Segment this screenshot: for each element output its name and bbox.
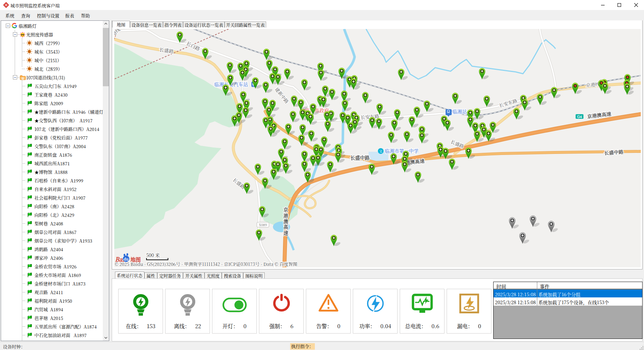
svg-text:文: 文 xyxy=(379,149,382,154)
svg-text:长盛中路: 长盛中路 xyxy=(350,154,370,161)
svg-text:京港澳高速: 京港澳高速 xyxy=(282,207,289,236)
svg-text:G4: G4 xyxy=(577,114,582,119)
svg-text:京港线: 京港线 xyxy=(586,81,600,88)
svg-text:长盛中路: 长盛中路 xyxy=(604,148,624,156)
svg-text:临湘市第一中学: 临湘市第一中学 xyxy=(385,147,419,154)
svg-text:500 米: 500 米 xyxy=(146,252,160,258)
svg-text:临湘站: 临湘站 xyxy=(452,108,467,115)
svg-text:X089: X089 xyxy=(259,222,267,227)
svg-text:地图: 地图 xyxy=(130,256,141,263)
svg-text:© 2025 Baidu - GS(2023)3206号 -: © 2025 Baidu - GS(2023)3206号 - 甲测资字11111… xyxy=(115,261,297,267)
svg-text:du: du xyxy=(124,256,128,262)
